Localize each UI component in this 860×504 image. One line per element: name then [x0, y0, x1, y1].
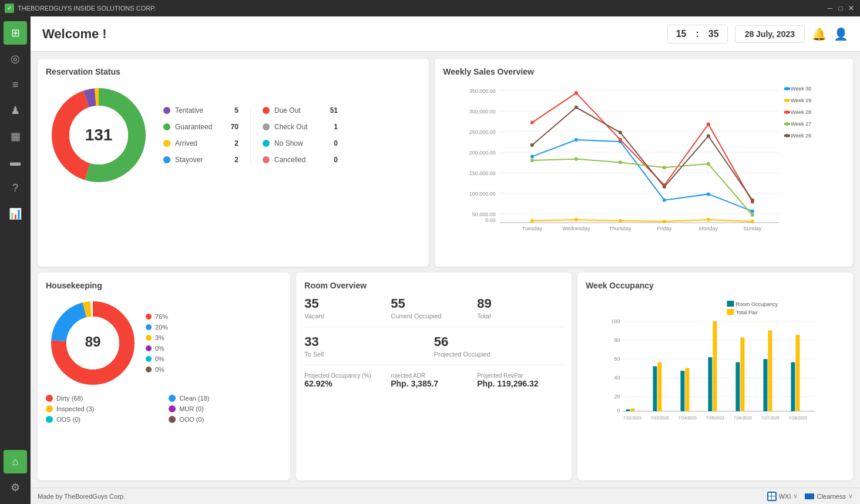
svg-text:200,000.00: 200,000.00	[469, 150, 496, 156]
svg-point-41	[530, 121, 534, 125]
svg-point-43	[619, 138, 622, 142]
svg-rect-111	[768, 330, 772, 411]
dashboard-icon[interactable]: ⊞	[4, 21, 27, 45]
stat-current-occupied: 55 Current Occupied	[391, 296, 477, 320]
svg-point-36	[575, 218, 578, 221]
svg-rect-105	[713, 321, 717, 411]
housekeeping-content: 89 76% 20% 3% 0% 0% 0%	[46, 296, 282, 390]
svg-point-38	[663, 220, 666, 223]
person-icon[interactable]: ♟	[4, 99, 27, 122]
svg-text:Week 28: Week 28	[791, 109, 811, 115]
svg-text:0: 0	[617, 408, 620, 414]
svg-point-29	[530, 154, 534, 158]
main-content: Reservation Status	[31, 52, 860, 488]
svg-rect-113	[791, 362, 795, 411]
svg-point-33	[707, 192, 710, 196]
housekeeping-donut: 89	[46, 296, 140, 390]
svg-point-39	[707, 218, 710, 221]
svg-rect-101	[681, 371, 685, 411]
time-colon: :	[695, 25, 700, 43]
clearness-icon	[805, 493, 814, 499]
legend-guaranteed: Guaranteed 70	[163, 123, 238, 131]
camera-icon[interactable]: ◎	[4, 47, 27, 70]
svg-point-35	[530, 219, 534, 223]
svg-point-37	[619, 219, 622, 223]
svg-text:7/27/2023: 7/27/2023	[761, 416, 780, 420]
svg-text:Monday: Monday	[699, 226, 718, 231]
svg-point-58	[751, 199, 754, 202]
svg-text:80: 80	[614, 337, 620, 343]
svg-rect-95	[626, 409, 630, 411]
bed-icon[interactable]: ▬	[4, 150, 27, 174]
stat-proj-adr: rojected ADR Php. 3,385.7	[391, 372, 477, 388]
svg-text:Week 27: Week 27	[791, 121, 811, 127]
close-button[interactable]: ✕	[847, 4, 855, 12]
svg-point-72	[785, 134, 789, 137]
svg-point-47	[530, 159, 534, 162]
svg-point-55	[619, 131, 622, 135]
svg-rect-81	[727, 309, 734, 315]
svg-text:7/22/2023: 7/22/2023	[623, 416, 641, 420]
hk-percentages: 76% 20% 3% 0% 0% 0%	[146, 313, 168, 373]
svg-text:Friday: Friday	[657, 226, 673, 231]
stat-total: 89 Total	[477, 296, 563, 320]
time-minute: 35	[700, 25, 727, 43]
notification-icon[interactable]: 🔔	[812, 27, 827, 41]
svg-text:89: 89	[85, 334, 101, 350]
svg-text:20: 20	[614, 394, 620, 399]
clearness-label: Clearness	[817, 493, 846, 500]
maximize-button[interactable]: □	[837, 4, 845, 12]
svg-text:Room Occupancy: Room Occupancy	[736, 301, 778, 307]
chart-icon[interactable]: 📊	[4, 202, 27, 226]
svg-point-52	[751, 213, 754, 217]
sidebar: ⊞ ◎ ≡ ♟ ▦ ▬ ? 📊 ⌂ ⚙	[0, 16, 31, 504]
svg-text:7/28/2023: 7/28/2023	[789, 416, 807, 420]
stat-to-sell: 33 To Sell	[304, 334, 434, 358]
svg-text:350,000.00: 350,000.00	[469, 88, 496, 94]
clearness-status: Clearness ∨	[805, 492, 853, 500]
room-overview-top: 35 Vacant 55 Current Occupied 89 Total	[304, 296, 563, 327]
svg-point-54	[575, 106, 578, 109]
svg-point-45	[707, 122, 710, 126]
svg-text:Sunday: Sunday	[744, 226, 762, 231]
svg-point-63	[785, 99, 789, 102]
home-icon[interactable]: ⌂	[4, 450, 27, 473]
svg-rect-99	[658, 362, 662, 411]
svg-text:Week 29: Week 29	[791, 98, 811, 103]
svg-rect-110	[764, 359, 768, 411]
svg-point-48	[575, 157, 578, 161]
help-icon[interactable]: ?	[4, 176, 27, 200]
room-overview-bottom: Projected Occupancy (%) 62.92% rojected …	[304, 372, 563, 388]
stat-proj-occupancy: Projected Occupancy (%) 62.92%	[304, 372, 391, 388]
weekly-sales-chart: 350,000.00 300,000.00 250,000.00 200,000…	[443, 82, 845, 237]
legend-cancelled: Cancelled 0	[263, 156, 338, 164]
room-overview-card: Room Overview 35 Vacant 55 Current Occup…	[296, 273, 572, 481]
svg-text:Thursday: Thursday	[609, 226, 631, 231]
week-occupancy-chart: Room Occupancy Total Pax 100 80 60 40 20…	[586, 296, 845, 427]
wxi-icon	[767, 492, 777, 501]
room-overview-title: Room Overview	[304, 281, 563, 290]
legend-due-out: Due Out 51	[263, 106, 338, 115]
svg-text:7/25/2023: 7/25/2023	[706, 416, 724, 420]
legend-tentative: Tentative 5	[163, 106, 238, 115]
svg-rect-114	[796, 335, 800, 411]
page-title: Welcome !	[42, 26, 107, 42]
svg-text:150,000.00: 150,000.00	[469, 170, 496, 176]
time-hour: 15	[668, 25, 695, 43]
svg-point-49	[619, 160, 622, 164]
svg-rect-107	[736, 362, 740, 411]
table-icon[interactable]: ▦	[4, 125, 27, 148]
housekeeping-card: Housekeeping	[38, 273, 290, 481]
legend-stayover: Stayover 2	[163, 156, 238, 164]
settings-icon[interactable]: ⚙	[4, 476, 27, 499]
svg-point-60	[785, 87, 789, 90]
stat-projected-occupied: 56 Projected Occupied	[434, 334, 563, 358]
stat-vacant: 35 Vacant	[304, 296, 391, 320]
user-icon[interactable]: 👤	[834, 27, 848, 41]
svg-text:100,000.00: 100,000.00	[469, 191, 496, 197]
minimize-button[interactable]: ─	[826, 4, 834, 12]
svg-point-40	[751, 220, 754, 223]
wxi-label: WXI	[779, 493, 791, 500]
svg-text:0.00: 0.00	[486, 217, 496, 223]
list-icon[interactable]: ≡	[4, 73, 27, 96]
